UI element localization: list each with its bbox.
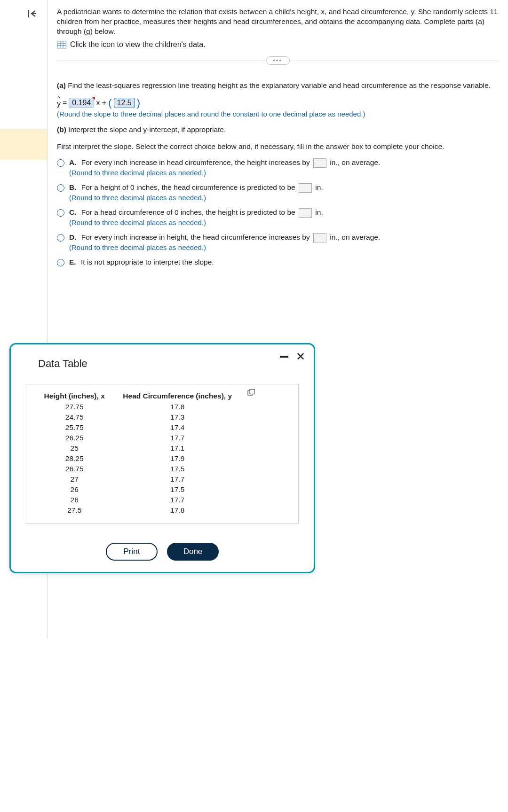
part-a-text: (a) Find the least-squares regression li… <box>57 80 499 91</box>
svg-rect-6 <box>250 390 254 394</box>
choice-e[interactable]: E. It is not appropriate to interpret th… <box>57 258 499 266</box>
table-row: 26.7517.5 <box>37 464 242 474</box>
table-row: 27.517.8 <box>37 506 242 515</box>
close-button[interactable]: ✕ <box>296 351 305 362</box>
col-circumference-header: Head Circumference (inches), y <box>113 391 242 401</box>
part-b-instruction: First interpret the slope. Select the co… <box>57 141 499 152</box>
part-b-text: (b) Interpret the slope and y-intercept,… <box>57 125 499 135</box>
table-row: 26.2517.7 <box>37 433 242 443</box>
expand-more-button[interactable]: ••• <box>266 56 290 65</box>
choice-a[interactable]: A. For every inch increase in head circu… <box>57 158 499 177</box>
choice-b-input[interactable] <box>299 183 312 193</box>
radio-d[interactable] <box>57 234 64 242</box>
choice-a-input[interactable] <box>313 158 326 168</box>
intercept-input[interactable]: 12.5 <box>114 98 135 108</box>
data-table-modal: ✕ Data Table Height (inches), x Head Cir… <box>9 343 315 573</box>
table-row: 2717.7 <box>37 475 242 484</box>
table-row: 24.7517.3 <box>37 413 242 422</box>
print-button[interactable]: Print <box>106 543 158 561</box>
copy-data-icon[interactable] <box>247 389 255 396</box>
current-part-highlight <box>0 129 47 160</box>
radio-e[interactable] <box>57 259 64 266</box>
modal-title: Data Table <box>38 358 301 370</box>
data-table: Height (inches), x Head Circumference (i… <box>36 390 243 516</box>
slope-input[interactable]: 0.194 <box>69 98 94 108</box>
table-row: 2617.7 <box>37 495 242 505</box>
table-row: 2617.5 <box>37 485 242 494</box>
table-row: 28.2517.9 <box>37 454 242 463</box>
col-height-header: Height (inches), x <box>37 391 112 401</box>
choice-b[interactable]: B. For a height of 0 inches, the head ci… <box>57 183 499 202</box>
done-button[interactable]: Done <box>167 543 219 561</box>
data-link-text[interactable]: Click the icon to view the children's da… <box>70 40 206 49</box>
problem-statement: A pediatrician wants to determine the re… <box>57 7 499 37</box>
radio-a[interactable] <box>57 159 64 167</box>
radio-c[interactable] <box>57 209 64 217</box>
choice-c-input[interactable] <box>299 208 312 218</box>
radio-b[interactable] <box>57 184 64 192</box>
choice-c[interactable]: C. For a head circumference of 0 inches,… <box>57 208 499 226</box>
table-row: 27.7517.8 <box>37 402 242 412</box>
collapse-sidebar-button[interactable] <box>26 7 39 20</box>
svg-rect-0 <box>57 41 66 48</box>
table-row: 25.7517.4 <box>37 423 242 432</box>
choice-d-input[interactable] <box>313 233 326 242</box>
round-note-a: (Round the slope to three decimal places… <box>57 110 499 118</box>
regression-equation: y = 0.194 x + ( 12.5 ) <box>57 97 499 109</box>
data-table-icon[interactable] <box>57 41 66 48</box>
minimize-button[interactable] <box>280 356 288 358</box>
choice-d[interactable]: D. For every inch increase in height, th… <box>57 233 499 251</box>
table-row: 2517.1 <box>37 444 242 453</box>
